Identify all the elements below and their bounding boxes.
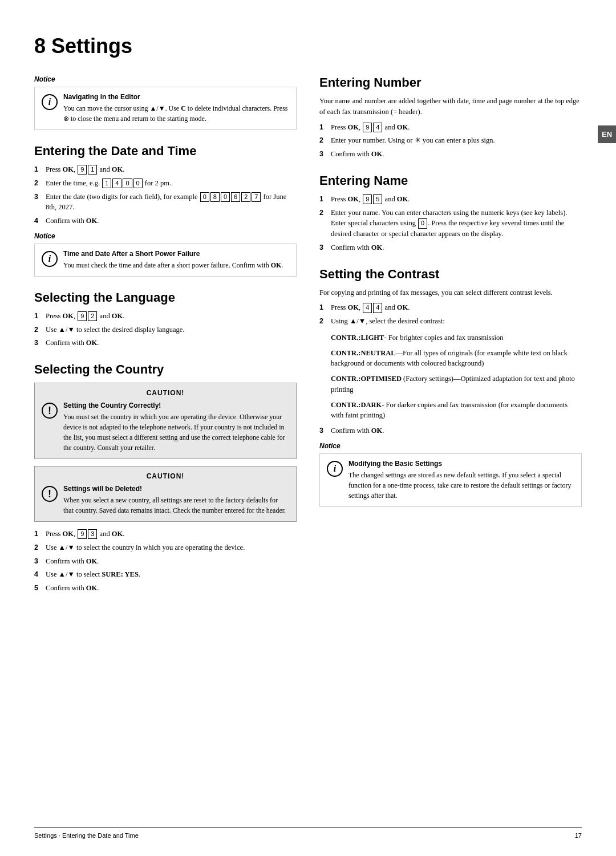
step-number: 1: [34, 529, 42, 539]
step-text: Enter your name. You can enter character…: [331, 208, 582, 240]
step-item: 1 Press OK, 91 and OK.: [34, 164, 297, 175]
step-item: 1 Press OK, 95 and OK.: [319, 194, 582, 205]
caution-country-correctly: CAUTION! ! Setting the Country Correctly…: [34, 383, 297, 459]
notice-content-text: The changed settings are stored as new d…: [348, 470, 574, 501]
step-item: 1 Press OK, 93 and OK.: [34, 529, 297, 539]
caution-subheader: Setting the Country Correctly!: [63, 401, 289, 409]
notice-content: Navigating in the Editor You can move th…: [63, 93, 289, 124]
step-item: 1 Press OK, 94 and OK.: [319, 122, 582, 133]
caution-settings-deleted: CAUTION! ! Settings will be Deleted! Whe…: [34, 466, 297, 522]
step-text: Press OK, 91 and OK.: [46, 164, 297, 175]
notice-content-title: Time and Date After a Short Power Failur…: [63, 250, 283, 258]
caution-icon: !: [42, 403, 58, 419]
step-number: 2: [319, 316, 327, 327]
step-number: 3: [34, 192, 42, 213]
step-number: 3: [319, 149, 327, 160]
step-number: 3: [319, 242, 327, 253]
caution-subheader: Settings will be Deleted!: [63, 485, 289, 493]
step-item: 3 Confirm with OK.: [319, 425, 582, 436]
step-text: Press OK, 92 and OK.: [46, 311, 297, 322]
step-text: Confirm with OK.: [331, 149, 582, 160]
step-text: Enter your number. Using or ✳ you can en…: [331, 135, 582, 146]
contrast-steps: 1 Press OK, 44 and OK. 2 Using ▲/▼, sele…: [319, 302, 582, 327]
page-footer: Settings · Entering the Date and Time 17: [34, 827, 582, 839]
contrast-options: CONTR.:LIGHT- For brighter copies and fa…: [319, 332, 582, 421]
step-number: 4: [34, 569, 42, 580]
caution-text: You must set the country in which you ar…: [63, 412, 289, 453]
step-number: 2: [34, 324, 42, 335]
step-item: 3 Confirm with OK.: [319, 242, 582, 253]
step-number: 4: [34, 216, 42, 226]
power-failure-notice: i Time and Date After a Short Power Fail…: [34, 244, 297, 277]
step-item: 3 Enter the date (two digits for each fi…: [34, 192, 297, 213]
step-item: 3 Confirm with OK.: [34, 556, 297, 567]
step-text: Use ▲/▼ to select the country in which y…: [46, 542, 297, 553]
notice-content: Time and Date After a Short Power Failur…: [63, 250, 283, 270]
left-column: Notice i Navigating in the Editor You ca…: [34, 75, 297, 599]
caution-header: CAUTION!: [42, 472, 289, 480]
step-text: Enter the time, e.g. 1400 for 2 pm.: [46, 178, 297, 189]
step-number: 1: [34, 164, 42, 175]
step-number: 1: [319, 122, 327, 133]
step-text: Press OK, 94 and OK.: [331, 122, 582, 133]
contrast-option-optimised: CONTR.:OPTIMISED (Factory settings)—Opti…: [331, 374, 582, 395]
step-text: Use ▲/▼ to select SURE: YES.: [46, 569, 297, 580]
step-number: 2: [319, 135, 327, 146]
step-item: 2 Use ▲/▼ to select the country in which…: [34, 542, 297, 553]
caution-content: Setting the Country Correctly! You must …: [63, 401, 289, 453]
section-language-title: Selecting the Language: [34, 290, 297, 305]
step-number: 2: [34, 542, 42, 553]
step-text: Confirm with OK.: [46, 216, 297, 226]
step-item: 3 Confirm with OK.: [34, 338, 297, 348]
step-text: Using ▲/▼, select the desired contrast:: [331, 316, 582, 327]
caution-icon: !: [42, 486, 58, 502]
two-column-layout: Notice i Navigating in the Editor You ca…: [34, 75, 582, 599]
notice-content-text: You must check the time and date after a…: [63, 260, 283, 270]
caution-text: When you select a new country, all setti…: [63, 495, 289, 516]
language-steps: 1 Press OK, 92 and OK. 2 Use ▲/▼ to sele…: [34, 311, 297, 348]
step-number: 2: [34, 178, 42, 189]
step-item: 2 Use ▲/▼ to select the desired display …: [34, 324, 297, 335]
step-text: Use ▲/▼ to select the desired display la…: [46, 324, 297, 335]
page-title: 8 Settings: [34, 34, 582, 58]
step-text: Press OK, 93 and OK.: [46, 529, 297, 539]
step-item: 5 Confirm with OK.: [34, 583, 297, 594]
step-text: Confirm with OK.: [46, 556, 297, 567]
notice-label-basic: Notice: [319, 442, 582, 450]
step-item: 2 Enter the time, e.g. 1400 for 2 pm.: [34, 178, 297, 189]
step-item: 3 Confirm with OK.: [319, 149, 582, 160]
contrast-intro: For copying and printing of fax messages…: [319, 287, 582, 298]
contrast-option-light: CONTR.:LIGHT- For brighter copies and fa…: [331, 332, 582, 343]
notice-label-power: Notice: [34, 232, 297, 240]
basic-settings-notice: i Modifying the Basic Settings The chang…: [319, 453, 582, 507]
caution-content: Settings will be Deleted! When you selec…: [63, 485, 289, 516]
step-number: 5: [34, 583, 42, 594]
section-contrast-title: Setting the Contrast: [319, 267, 582, 282]
step-number: 1: [319, 194, 327, 205]
entering-name-steps: 1 Press OK, 95 and OK. 2 Enter your name…: [319, 194, 582, 253]
entering-number-intro: Your name and number are added together …: [319, 96, 582, 117]
notice-icon: i: [327, 461, 343, 477]
step-text: Confirm with OK.: [331, 425, 582, 436]
en-tab: EN: [598, 125, 616, 143]
page: EN 8 Settings Notice i Navigating in the…: [0, 0, 616, 856]
step-number: 3: [319, 425, 327, 436]
section-date-time-title: Entering the Date and Time: [34, 144, 297, 159]
step-number: 3: [34, 338, 42, 348]
step-number: 3: [34, 556, 42, 567]
contrast-steps-2: 3 Confirm with OK.: [319, 425, 582, 436]
notice-icon: i: [42, 251, 58, 267]
step-item: 1 Press OK, 44 and OK.: [319, 302, 582, 313]
step-item: 2 Enter your number. Using or ✳ you can …: [319, 135, 582, 146]
caution-header: CAUTION!: [42, 389, 289, 397]
step-text: Confirm with OK.: [46, 583, 297, 594]
contrast-option-neutral: CONTR.:NEUTRAL—For all types of original…: [331, 348, 582, 370]
notice-content-title: Modifying the Basic Settings: [348, 460, 574, 468]
navigating-editor-notice: i Navigating in the Editor You can move …: [34, 87, 297, 130]
step-item: 2 Using ▲/▼, select the desired contrast…: [319, 316, 582, 327]
step-item: 4 Use ▲/▼ to select SURE: YES.: [34, 569, 297, 580]
notice-icon: i: [42, 94, 58, 110]
notice-content: Modifying the Basic Settings The changed…: [348, 460, 574, 501]
step-item: 1 Press OK, 92 and OK.: [34, 311, 297, 322]
section-name-title: Entering Name: [319, 173, 582, 188]
